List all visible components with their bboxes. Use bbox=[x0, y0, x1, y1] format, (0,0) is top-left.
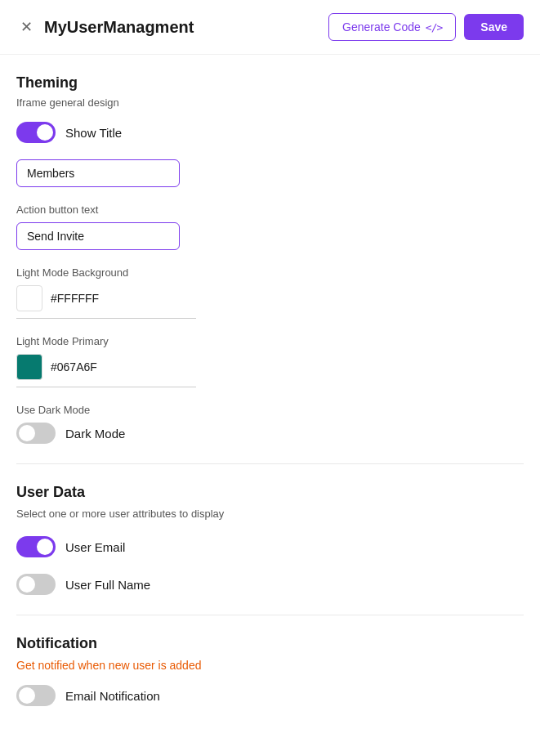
header-right: Generate Code </> Save bbox=[328, 13, 524, 41]
user-fullname-row: User Full Name bbox=[16, 574, 524, 595]
notification-title: Notification bbox=[16, 635, 524, 652]
user-data-desc: Select one or more user attributes to di… bbox=[16, 508, 524, 520]
user-email-toggle[interactable] bbox=[16, 536, 56, 557]
members-field bbox=[16, 159, 524, 187]
email-notification-toggle[interactable] bbox=[16, 685, 56, 706]
theming-subtitle: Iframe general design bbox=[16, 96, 524, 109]
user-data-section: User Data Select one or more user attrib… bbox=[16, 484, 524, 595]
close-button[interactable]: ✕ bbox=[16, 17, 36, 37]
user-email-label: User Email bbox=[65, 540, 125, 554]
generate-code-button[interactable]: Generate Code </> bbox=[328, 13, 456, 41]
generate-label: Generate Code bbox=[342, 20, 421, 34]
user-fullname-slider bbox=[16, 574, 56, 595]
user-fullname-label: User Full Name bbox=[65, 578, 150, 592]
code-icon: </> bbox=[426, 21, 442, 34]
toggle-slider bbox=[16, 122, 56, 143]
dark-mode-section: Use Dark Mode Dark Mode bbox=[16, 404, 524, 444]
light-primary-swatch[interactable] bbox=[16, 354, 42, 380]
user-email-slider bbox=[16, 536, 56, 557]
user-data-title: User Data bbox=[16, 484, 524, 501]
action-button-input[interactable] bbox=[16, 222, 180, 250]
dark-mode-toggle[interactable] bbox=[16, 423, 56, 444]
theming-section: Theming Iframe general design Show Title… bbox=[16, 74, 524, 444]
dark-toggle-slider bbox=[16, 423, 56, 444]
action-button-label: Action button text bbox=[16, 204, 524, 216]
light-bg-swatch[interactable] bbox=[16, 285, 42, 311]
email-notification-row: Email Notification bbox=[16, 685, 524, 706]
header-left: ✕ MyUserManagment bbox=[16, 17, 194, 37]
light-primary-color-row: #067A6F bbox=[16, 354, 196, 387]
light-bg-label: Light Mode Background bbox=[16, 266, 524, 279]
divider-2 bbox=[16, 615, 524, 615]
theming-title: Theming bbox=[16, 74, 524, 92]
dark-mode-heading: Use Dark Mode bbox=[16, 404, 524, 416]
show-title-label: Show Title bbox=[65, 126, 122, 140]
light-primary-field: Light Mode Primary #067A6F bbox=[16, 335, 524, 387]
notification-subtitle: Get notified when new user is added bbox=[16, 659, 524, 672]
email-notif-slider bbox=[16, 685, 56, 706]
app-title: MyUserManagment bbox=[44, 18, 194, 37]
show-title-toggle[interactable] bbox=[16, 122, 56, 143]
email-notification-label: Email Notification bbox=[65, 689, 160, 703]
header: ✕ MyUserManagment Generate Code </> Save bbox=[0, 0, 540, 55]
light-bg-hex: #FFFFFF bbox=[51, 292, 99, 305]
save-button[interactable]: Save bbox=[464, 14, 524, 40]
show-title-row: Show Title bbox=[16, 122, 524, 143]
dark-mode-label: Dark Mode bbox=[65, 427, 125, 441]
user-fullname-toggle[interactable] bbox=[16, 574, 56, 595]
members-input[interactable] bbox=[16, 159, 180, 187]
dark-mode-row: Dark Mode bbox=[16, 423, 524, 444]
divider-1 bbox=[16, 463, 524, 464]
user-email-row: User Email bbox=[16, 536, 524, 557]
light-primary-hex: #067A6F bbox=[51, 360, 97, 374]
light-bg-field: Light Mode Background #FFFFFF bbox=[16, 266, 524, 319]
content: Theming Iframe general design Show Title… bbox=[0, 55, 540, 742]
notification-section: Notification Get notified when new user … bbox=[16, 635, 524, 706]
light-primary-label: Light Mode Primary bbox=[16, 335, 524, 347]
light-bg-color-row: #FFFFFF bbox=[16, 285, 196, 319]
action-button-field: Action button text bbox=[16, 204, 524, 250]
